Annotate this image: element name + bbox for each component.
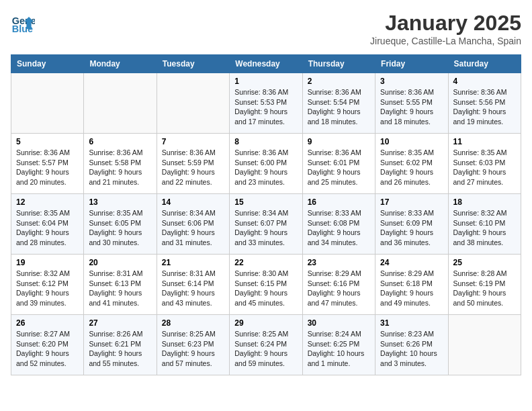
cell-content: Sunrise: 8:32 AMSunset: 6:12 PMDaylight:… (16, 269, 79, 308)
day-number: 11 (453, 137, 516, 146)
day-number: 31 (380, 318, 443, 328)
calendar-cell: 15Sunrise: 8:34 AMSunset: 6:07 PMDayligh… (230, 194, 302, 255)
cell-content: Sunrise: 8:36 AMSunset: 5:57 PMDaylight:… (16, 148, 79, 187)
calendar-cell: 5Sunrise: 8:36 AMSunset: 5:57 PMDaylight… (11, 134, 84, 194)
calendar-cell (11, 73, 84, 134)
cell-content: Sunrise: 8:24 AMSunset: 6:25 PMDaylight:… (308, 329, 370, 369)
calendar-cell: 30Sunrise: 8:24 AMSunset: 6:25 PMDayligh… (302, 315, 375, 375)
day-number: 14 (162, 197, 224, 207)
weekday-header-friday: Friday (375, 55, 448, 73)
calendar-cell: 22Sunrise: 8:30 AMSunset: 6:15 PMDayligh… (230, 255, 302, 315)
day-number: 17 (380, 197, 443, 207)
calendar-cell: 4Sunrise: 8:36 AMSunset: 5:56 PMDaylight… (448, 73, 521, 134)
cell-content: Sunrise: 8:32 AMSunset: 6:10 PMDaylight:… (453, 208, 516, 248)
weekday-header-tuesday: Tuesday (157, 55, 229, 73)
cell-content: Sunrise: 8:33 AMSunset: 6:09 PMDaylight:… (380, 208, 443, 248)
calendar-cell: 18Sunrise: 8:32 AMSunset: 6:10 PMDayligh… (448, 194, 521, 255)
calendar-cell: 24Sunrise: 8:29 AMSunset: 6:18 PMDayligh… (375, 255, 448, 315)
cell-content: Sunrise: 8:36 AMSunset: 6:00 PMDaylight:… (234, 148, 297, 187)
day-number: 27 (89, 318, 151, 328)
calendar-cell: 13Sunrise: 8:35 AMSunset: 6:05 PMDayligh… (84, 194, 157, 255)
calendar-cell: 9Sunrise: 8:36 AMSunset: 6:01 PMDaylight… (302, 134, 375, 194)
calendar-cell: 31Sunrise: 8:23 AMSunset: 6:26 PMDayligh… (375, 315, 448, 375)
day-number: 30 (308, 318, 370, 328)
calendar-cell: 17Sunrise: 8:33 AMSunset: 6:09 PMDayligh… (375, 194, 448, 255)
cell-content: Sunrise: 8:27 AMSunset: 6:20 PMDaylight:… (16, 329, 79, 369)
day-number: 18 (453, 197, 516, 207)
calendar-cell: 10Sunrise: 8:35 AMSunset: 6:02 PMDayligh… (375, 134, 448, 194)
month-title: January 2025 (370, 11, 521, 36)
cell-content: Sunrise: 8:28 AMSunset: 6:19 PMDaylight:… (453, 269, 516, 308)
weekday-header-sunday: Sunday (11, 55, 84, 73)
cell-content: Sunrise: 8:35 AMSunset: 6:02 PMDaylight:… (380, 148, 443, 187)
calendar-cell: 7Sunrise: 8:36 AMSunset: 5:59 PMDaylight… (157, 134, 229, 194)
weekday-header-monday: Monday (84, 55, 157, 73)
day-number: 25 (453, 258, 516, 267)
day-number: 13 (89, 197, 151, 207)
day-number: 12 (16, 197, 79, 207)
calendar-cell: 1Sunrise: 8:36 AMSunset: 5:53 PMDaylight… (230, 73, 302, 134)
cell-content: Sunrise: 8:35 AMSunset: 6:05 PMDaylight:… (89, 208, 151, 248)
calendar-cell: 29Sunrise: 8:25 AMSunset: 6:24 PMDayligh… (230, 315, 302, 375)
calendar-week-row: 5Sunrise: 8:36 AMSunset: 5:57 PMDaylight… (11, 134, 521, 194)
day-number: 1 (234, 77, 297, 86)
weekday-header-saturday: Saturday (448, 55, 521, 73)
calendar-cell: 25Sunrise: 8:28 AMSunset: 6:19 PMDayligh… (448, 255, 521, 315)
day-number: 10 (380, 137, 443, 146)
location: Jirueque, Castille-La Mancha, Spain (370, 36, 521, 46)
cell-content: Sunrise: 8:29 AMSunset: 6:16 PMDaylight:… (308, 269, 370, 308)
weekday-header-wednesday: Wednesday (230, 55, 302, 73)
calendar-week-row: 26Sunrise: 8:27 AMSunset: 6:20 PMDayligh… (11, 315, 521, 375)
day-number: 8 (234, 137, 297, 146)
page-header: General Blue January 2025 Jirueque, Cast… (11, 11, 521, 46)
cell-content: Sunrise: 8:36 AMSunset: 5:55 PMDaylight:… (380, 87, 443, 127)
calendar-cell: 19Sunrise: 8:32 AMSunset: 6:12 PMDayligh… (11, 255, 84, 315)
cell-content: Sunrise: 8:23 AMSunset: 6:26 PMDaylight:… (380, 329, 443, 369)
cell-content: Sunrise: 8:30 AMSunset: 6:15 PMDaylight:… (234, 269, 297, 308)
calendar-week-row: 12Sunrise: 8:35 AMSunset: 6:04 PMDayligh… (11, 194, 521, 255)
day-number: 19 (16, 258, 79, 267)
cell-content: Sunrise: 8:31 AMSunset: 6:14 PMDaylight:… (162, 269, 224, 308)
calendar-cell: 12Sunrise: 8:35 AMSunset: 6:04 PMDayligh… (11, 194, 84, 255)
calendar-cell: 26Sunrise: 8:27 AMSunset: 6:20 PMDayligh… (11, 315, 84, 375)
cell-content: Sunrise: 8:31 AMSunset: 6:13 PMDaylight:… (89, 269, 151, 308)
calendar-cell: 2Sunrise: 8:36 AMSunset: 5:54 PMDaylight… (302, 73, 375, 134)
day-number: 26 (16, 318, 79, 328)
cell-content: Sunrise: 8:26 AMSunset: 6:21 PMDaylight:… (89, 329, 151, 369)
day-number: 29 (234, 318, 297, 328)
cell-content: Sunrise: 8:25 AMSunset: 6:23 PMDaylight:… (162, 329, 224, 369)
day-number: 20 (89, 258, 151, 267)
calendar-week-row: 1Sunrise: 8:36 AMSunset: 5:53 PMDaylight… (11, 73, 521, 134)
cell-content: Sunrise: 8:36 AMSunset: 5:54 PMDaylight:… (308, 87, 370, 127)
calendar-cell: 14Sunrise: 8:34 AMSunset: 6:06 PMDayligh… (157, 194, 229, 255)
calendar-cell (448, 315, 521, 375)
cell-content: Sunrise: 8:34 AMSunset: 6:06 PMDaylight:… (162, 208, 224, 248)
logo: General Blue (11, 11, 38, 35)
cell-content: Sunrise: 8:34 AMSunset: 6:07 PMDaylight:… (234, 208, 297, 248)
calendar-cell: 20Sunrise: 8:31 AMSunset: 6:13 PMDayligh… (84, 255, 157, 315)
day-number: 9 (308, 137, 370, 146)
day-number: 21 (162, 258, 224, 267)
calendar-cell: 3Sunrise: 8:36 AMSunset: 5:55 PMDaylight… (375, 73, 448, 134)
calendar-cell: 23Sunrise: 8:29 AMSunset: 6:16 PMDayligh… (302, 255, 375, 315)
title-block: January 2025 Jirueque, Castille-La Manch… (370, 11, 521, 46)
calendar-cell: 27Sunrise: 8:26 AMSunset: 6:21 PMDayligh… (84, 315, 157, 375)
day-number: 4 (453, 77, 516, 86)
calendar-cell: 11Sunrise: 8:35 AMSunset: 6:03 PMDayligh… (448, 134, 521, 194)
calendar-cell: 28Sunrise: 8:25 AMSunset: 6:23 PMDayligh… (157, 315, 229, 375)
cell-content: Sunrise: 8:25 AMSunset: 6:24 PMDaylight:… (234, 329, 297, 369)
logo-icon: General Blue (11, 11, 35, 35)
calendar-week-row: 19Sunrise: 8:32 AMSunset: 6:12 PMDayligh… (11, 255, 521, 315)
day-number: 15 (234, 197, 297, 207)
cell-content: Sunrise: 8:36 AMSunset: 5:53 PMDaylight:… (234, 87, 297, 127)
calendar-cell (157, 73, 229, 134)
cell-content: Sunrise: 8:36 AMSunset: 5:59 PMDaylight:… (162, 148, 224, 187)
calendar-cell: 6Sunrise: 8:36 AMSunset: 5:58 PMDaylight… (84, 134, 157, 194)
weekday-header-thursday: Thursday (302, 55, 375, 73)
day-number: 16 (308, 197, 370, 207)
cell-content: Sunrise: 8:35 AMSunset: 6:04 PMDaylight:… (16, 208, 79, 248)
cell-content: Sunrise: 8:36 AMSunset: 6:01 PMDaylight:… (308, 148, 370, 187)
calendar-cell: 21Sunrise: 8:31 AMSunset: 6:14 PMDayligh… (157, 255, 229, 315)
day-number: 22 (234, 258, 297, 267)
day-number: 28 (162, 318, 224, 328)
